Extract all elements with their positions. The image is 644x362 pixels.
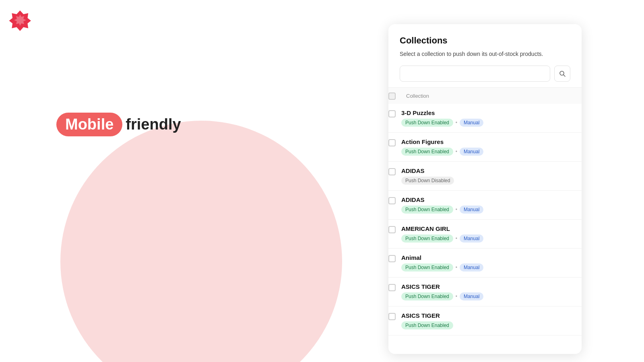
collection-badges: Push Down Enabled •Manual — [401, 263, 483, 272]
mode-badge: Manual — [460, 263, 483, 272]
collection-info: ADIDAS Push Down Disabled — [401, 167, 454, 185]
collection-badges: Push Down Enabled •Manual — [401, 206, 483, 214]
collection-badges: Push Down Enabled •Manual — [401, 119, 483, 127]
select-all-checkbox[interactable] — [388, 93, 396, 100]
mode-badge: Manual — [460, 206, 483, 214]
collection-badges: Push Down Enabled •Manual — [401, 234, 483, 243]
item-checkbox[interactable] — [388, 197, 396, 204]
list-item[interactable]: ADIDAS Push Down Enabled •Manual — [388, 191, 582, 220]
item-checkbox[interactable] — [388, 284, 396, 291]
collection-info: Action Figures Push Down Enabled •Manual — [401, 138, 483, 156]
list-item[interactable]: ASICS TIGER Push Down Enabled •Manual — [388, 278, 582, 306]
collection-name: ADIDAS — [401, 167, 454, 174]
search-icon — [559, 70, 566, 77]
collection-badges: Push Down Disabled — [401, 177, 454, 185]
collection-info: ASICS TIGER Push Down Enabled •Manual — [401, 283, 483, 300]
hero-mobile-label: Mobile — [56, 113, 122, 136]
collection-info: ADIDAS Push Down Enabled •Manual — [401, 196, 483, 214]
mode-badge: Manual — [460, 292, 483, 300]
status-badge: Push Down Enabled — [401, 263, 453, 272]
collection-list[interactable]: 3-D Puzzles Push Down Enabled •Manual Ac… — [388, 104, 582, 354]
collection-info: AMERICAN GIRL Push Down Enabled •Manual — [401, 225, 483, 243]
collection-name: Animal — [401, 254, 483, 261]
search-input[interactable] — [400, 66, 550, 82]
hero-friendly-label: friendly — [126, 116, 181, 133]
collections-panel: Collections Select a collection to push … — [388, 24, 582, 354]
collection-info: 3-D Puzzles Push Down Enabled •Manual — [401, 109, 483, 127]
collection-name: AMERICAN GIRL — [401, 225, 483, 232]
status-badge: Push Down Enabled — [401, 206, 453, 214]
list-item[interactable]: Animal Push Down Enabled •Manual — [388, 249, 582, 278]
collection-badges: Push Down Enabled •Manual — [401, 148, 483, 156]
collection-name: 3-D Puzzles — [401, 109, 483, 116]
mode-badge: Manual — [460, 148, 483, 156]
collection-badges: Push Down Enabled — [401, 321, 453, 329]
svg-line-3 — [564, 75, 565, 76]
status-badge: Push Down Enabled — [401, 148, 453, 156]
panel-description: Select a collection to push down its out… — [400, 50, 570, 58]
search-row — [400, 66, 570, 82]
collection-info: ASICS TIGER Push Down Enabled — [401, 312, 453, 329]
collection-name: ASICS TIGER — [401, 312, 453, 319]
item-checkbox[interactable] — [388, 139, 396, 146]
status-badge: Push Down Enabled — [401, 321, 453, 329]
table-header: Collection — [388, 87, 582, 104]
collection-badges: Push Down Enabled •Manual — [401, 292, 483, 300]
item-checkbox[interactable] — [388, 255, 396, 262]
collection-name: Action Figures — [401, 138, 483, 145]
item-checkbox[interactable] — [388, 168, 396, 175]
mode-badge: Manual — [460, 119, 483, 127]
list-item[interactable]: 3-D Puzzles Push Down Enabled •Manual — [388, 104, 582, 133]
list-item[interactable]: ASICS TIGER Push Down Enabled — [388, 306, 582, 335]
item-checkbox[interactable] — [388, 110, 396, 117]
background-decoration — [60, 121, 342, 362]
collection-info: Animal Push Down Enabled •Manual — [401, 254, 483, 272]
list-item[interactable]: Action Figures Push Down Enabled •Manual — [388, 133, 582, 162]
panel-title: Collections — [400, 35, 570, 46]
status-badge: Push Down Enabled — [401, 292, 453, 300]
list-item[interactable]: AMERICAN GIRL Push Down Enabled •Manual — [388, 220, 582, 249]
table-header-collection: Collection — [406, 93, 429, 99]
collection-name: ADIDAS — [401, 196, 483, 203]
mode-badge: Manual — [460, 234, 483, 243]
list-item[interactable]: ADIDAS Push Down Disabled — [388, 162, 582, 191]
item-checkbox[interactable] — [388, 313, 396, 320]
status-badge: Push Down Enabled — [401, 234, 453, 243]
collection-name: ASICS TIGER — [401, 283, 483, 290]
search-button[interactable] — [554, 66, 570, 82]
item-checkbox[interactable] — [388, 226, 396, 233]
hero-section: Mobile friendly — [56, 113, 181, 136]
status-badge: Push Down Disabled — [401, 177, 454, 185]
status-badge: Push Down Enabled — [401, 119, 453, 127]
app-logo — [8, 8, 32, 34]
